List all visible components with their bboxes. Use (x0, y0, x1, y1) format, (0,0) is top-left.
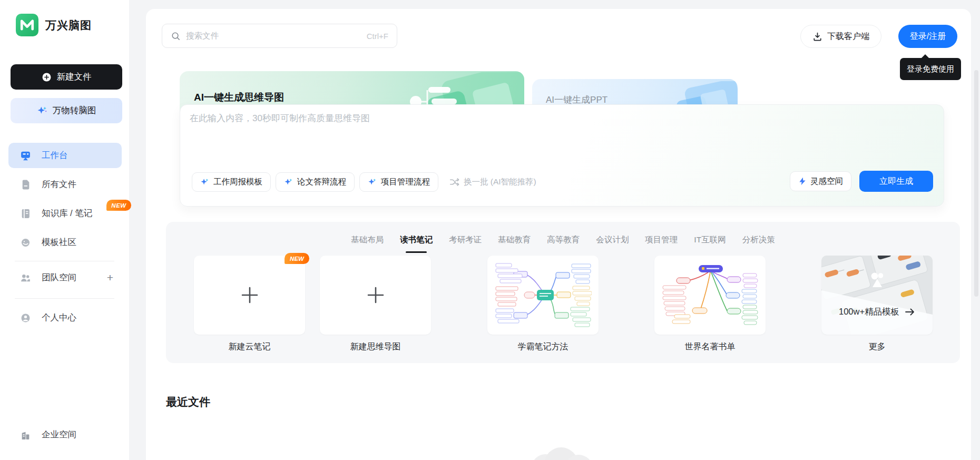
generate-now-label: 立即生成 (879, 176, 913, 187)
sidebar-item-personal-center[interactable]: 个人中心 (8, 305, 122, 330)
tab-postgraduate-exam[interactable]: 考研考证 (449, 234, 482, 249)
sidebar-item-label: 所有文件 (42, 179, 76, 190)
search-box: Ctrl+F (162, 24, 397, 48)
edrawmind-logo-icon (16, 14, 38, 36)
app-title: 万兴脑图 (45, 18, 92, 33)
notebook-icon (20, 208, 31, 219)
login-register-label: 登录/注册 (910, 31, 946, 42)
card-label: 世界名著书单 (654, 341, 766, 353)
shuffle-prompts-button[interactable]: 换一批 (AI智能推荐) (449, 177, 536, 188)
prompt-chip-thesis-defense[interactable]: 论文答辩流程 (276, 172, 355, 192)
card-new-mindmap: 新建思维导图 (320, 256, 431, 353)
tab-reading-notes[interactable]: 读书笔记 (400, 234, 433, 249)
search-input[interactable] (186, 31, 361, 41)
more-templates-count: 100w+精品模板 (839, 306, 899, 318)
tab-it-internet[interactable]: IT互联网 (694, 234, 726, 249)
new-cloud-note-card[interactable]: NEW (194, 256, 305, 335)
ai-convert-label: 万物转脑图 (53, 105, 96, 116)
template-tab-row: 基础布局 读书笔记 考研考证 基础教育 高等教育 会议计划 项目管理 IT互联网… (166, 234, 960, 249)
user-icon (20, 312, 31, 324)
tab-basic-education[interactable]: 基础教育 (498, 234, 531, 249)
mindmap-thumbnail (495, 262, 592, 328)
building-icon (20, 429, 31, 441)
more-templates-card[interactable]: 100w+精品模板 (821, 256, 933, 335)
more-templates-overlay: 100w+精品模板 (821, 306, 933, 318)
ai-content-input[interactable] (190, 112, 743, 165)
sidebar-item-team-space[interactable]: 团队空间 + (8, 265, 122, 290)
template-study-notes-card[interactable] (487, 256, 599, 335)
document-icon (20, 179, 31, 190)
app-logo[interactable]: 万兴脑图 (16, 14, 92, 36)
sidebar-item-knowledge[interactable]: 知识库 / 笔记 (8, 201, 122, 226)
sparkle-icon (200, 178, 209, 187)
template-book-list-card[interactable] (654, 256, 766, 335)
ai-convert-button[interactable]: 万物转脑图 (11, 98, 122, 123)
sidebar-item-label: 知识库 / 笔记 (42, 208, 92, 219)
new-badge: NEW (106, 200, 131, 211)
plus-circle-icon (42, 72, 52, 82)
sidebar-divider (15, 261, 114, 261)
sidebar-divider (15, 298, 114, 299)
templates-panel: 基础布局 读书笔记 考研考证 基础教育 高等教育 会议计划 项目管理 IT互联网… (166, 222, 960, 363)
tab-analysis-decision[interactable]: 分析决策 (742, 234, 775, 249)
generate-now-button[interactable]: 立即生成 (859, 171, 933, 192)
search-icon (171, 31, 181, 41)
card-template-study-notes: 学霸笔记方法 (487, 256, 599, 353)
download-icon (812, 32, 822, 42)
arrow-right-icon (905, 308, 915, 316)
tab-higher-education[interactable]: 高等教育 (547, 234, 580, 249)
add-team-button[interactable]: + (107, 271, 113, 284)
login-register-button[interactable]: 登录/注册 (898, 25, 957, 48)
sidebar-item-template-community[interactable]: 模板社区 (8, 230, 122, 255)
card-label: 新建思维导图 (320, 341, 431, 353)
sidebar-item-label: 模板社区 (42, 237, 76, 248)
new-badge: NEW (285, 253, 309, 264)
new-mindmap-card[interactable] (320, 256, 431, 335)
recent-files-title: 最近文件 (166, 395, 210, 409)
main-panel: Ctrl+F 下载客户端 登录/注册 登录免费使用 AI一键生成思维导图 (146, 9, 971, 460)
login-tooltip-text: 登录免费使用 (907, 64, 954, 74)
sidebar-item-label: 工作台 (42, 150, 68, 161)
download-client-button[interactable]: 下载客户端 (800, 25, 881, 48)
download-client-label: 下载客户端 (827, 31, 869, 42)
plus-icon (240, 285, 260, 305)
tab-meeting-plan[interactable]: 会议计划 (596, 234, 629, 249)
card-label: 学霸笔记方法 (487, 341, 599, 353)
shuffle-prompts-label: 换一批 (AI智能推荐) (464, 177, 536, 188)
prompt-chip-row: 工作周报模板 论文答辩流程 项目管理流程 (192, 172, 536, 192)
inspiration-space-button[interactable]: 灵感空间 (790, 171, 851, 191)
ai-mindmap-banner-title: AI一键生成思维导图 (194, 91, 284, 104)
prompt-chip-label: 论文答辩流程 (297, 177, 346, 188)
sidebar-item-enterprise-space[interactable]: 企业空间 (8, 422, 122, 447)
inspiration-space-label: 灵感空间 (810, 176, 843, 187)
ai-input-panel: 工作周报模板 论文答辩流程 项目管理流程 (180, 104, 944, 207)
plus-icon (366, 285, 386, 305)
card-new-cloud-note: NEW 新建云笔记 (194, 256, 305, 353)
new-file-button[interactable]: 新建文件 (11, 64, 122, 90)
card-label: 更多 (821, 341, 933, 353)
template-collage-background (821, 256, 933, 335)
workbench-icon (20, 150, 31, 161)
sparkle-icon (37, 105, 47, 116)
card-more-templates: 100w+精品模板 更多 (821, 256, 933, 353)
sidebar-item-workbench[interactable]: 工作台 (8, 143, 122, 168)
login-tooltip: 登录免费使用 (900, 58, 961, 80)
prompt-chip-label: 工作周报模板 (213, 177, 262, 188)
tab-basic-layout[interactable]: 基础布局 (351, 234, 384, 249)
shuffle-icon (449, 177, 459, 187)
vertical-scrollbar[interactable] (974, 70, 978, 297)
sidebar-item-all-files[interactable]: 所有文件 (8, 172, 122, 197)
sparkle-icon (368, 178, 377, 187)
tab-project-management[interactable]: 项目管理 (645, 234, 678, 249)
prompt-chip-weekly-report[interactable]: 工作周报模板 (192, 172, 271, 192)
sidebar-item-label: 团队空间 (42, 272, 76, 283)
team-icon (20, 272, 31, 283)
new-file-label: 新建文件 (57, 71, 92, 83)
planet-icon (20, 237, 31, 248)
sparkle-icon (284, 178, 293, 187)
sidebar: 万兴脑图 新建文件 万物转脑图 工作台 (0, 0, 129, 460)
card-template-book-list: 世界名著书单 (654, 256, 766, 353)
prompt-chip-project-management[interactable]: 项目管理流程 (359, 172, 438, 192)
ai-panel-actions: 灵感空间 立即生成 (790, 171, 933, 192)
mindmap-thumbnail (662, 262, 759, 328)
